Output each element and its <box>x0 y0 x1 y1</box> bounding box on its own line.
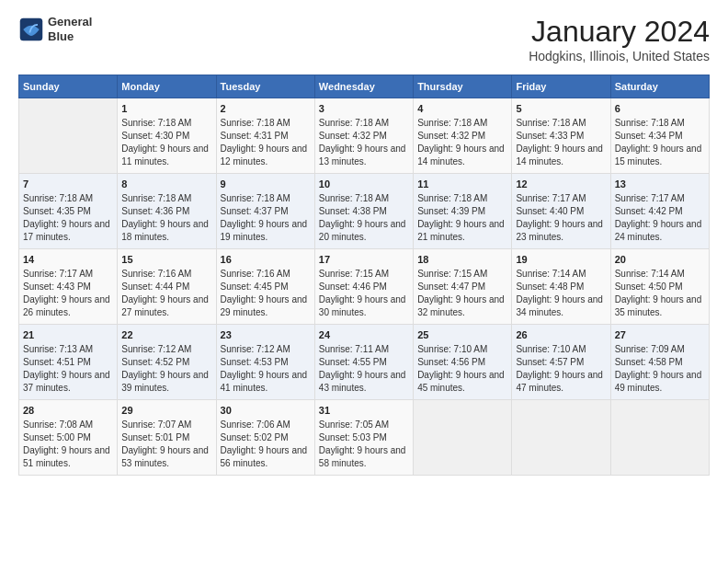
location: Hodgkins, Illinois, United States <box>529 49 710 63</box>
month-title: January 2024 <box>529 15 710 49</box>
day-info: Sunrise: 7:09 AMSunset: 4:58 PMDaylight:… <box>615 343 705 395</box>
calendar-cell: 7Sunrise: 7:18 AMSunset: 4:35 PMDaylight… <box>19 174 118 249</box>
day-number: 18 <box>417 254 507 265</box>
calendar-cell: 3Sunrise: 7:18 AMSunset: 4:32 PMDaylight… <box>314 98 413 174</box>
page-header: General Blue January 2024 Hodgkins, Illi… <box>18 15 710 63</box>
day-info: Sunrise: 7:08 AMSunset: 5:00 PMDaylight:… <box>23 419 113 470</box>
day-number: 22 <box>121 329 211 340</box>
day-number: 25 <box>417 329 507 340</box>
day-info: Sunrise: 7:05 AMSunset: 5:03 PMDaylight:… <box>319 419 409 470</box>
calendar-cell: 5Sunrise: 7:18 AMSunset: 4:33 PMDaylight… <box>512 98 610 174</box>
day-number: 2 <box>221 103 311 114</box>
day-info: Sunrise: 7:18 AMSunset: 4:36 PMDaylight:… <box>121 192 211 244</box>
day-info: Sunrise: 7:12 AMSunset: 4:53 PMDaylight:… <box>221 343 311 395</box>
day-info: Sunrise: 7:17 AMSunset: 4:40 PMDaylight:… <box>516 192 606 244</box>
day-number: 13 <box>615 178 705 190</box>
calendar-cell: 23Sunrise: 7:12 AMSunset: 4:53 PMDayligh… <box>216 325 314 400</box>
day-info: Sunrise: 7:18 AMSunset: 4:30 PMDaylight:… <box>121 117 211 168</box>
day-number: 12 <box>516 178 606 190</box>
day-number: 16 <box>221 254 311 265</box>
calendar-cell: 20Sunrise: 7:14 AMSunset: 4:50 PMDayligh… <box>610 249 709 325</box>
day-info: Sunrise: 7:11 AMSunset: 4:55 PMDaylight:… <box>319 343 409 395</box>
day-info: Sunrise: 7:15 AMSunset: 4:47 PMDaylight:… <box>417 268 507 319</box>
day-info: Sunrise: 7:18 AMSunset: 4:34 PMDaylight:… <box>615 117 705 168</box>
day-number: 5 <box>516 103 606 114</box>
day-info: Sunrise: 7:17 AMSunset: 4:43 PMDaylight:… <box>23 268 113 319</box>
day-number: 15 <box>121 254 211 265</box>
day-info: Sunrise: 7:13 AMSunset: 4:51 PMDaylight:… <box>23 343 113 395</box>
calendar-cell: 10Sunrise: 7:18 AMSunset: 4:38 PMDayligh… <box>314 174 413 249</box>
calendar-table: SundayMondayTuesdayWednesdayThursdayFrid… <box>18 75 710 476</box>
day-number: 1 <box>121 103 211 114</box>
day-number: 31 <box>319 405 409 416</box>
calendar-cell: 28Sunrise: 7:08 AMSunset: 5:00 PMDayligh… <box>19 400 118 476</box>
day-info: Sunrise: 7:16 AMSunset: 4:45 PMDaylight:… <box>221 268 311 319</box>
day-info: Sunrise: 7:14 AMSunset: 4:48 PMDaylight:… <box>516 268 606 319</box>
weekday-wednesday: Wednesday <box>314 75 413 98</box>
calendar-week-row: 7Sunrise: 7:18 AMSunset: 4:35 PMDaylight… <box>19 174 710 249</box>
day-info: Sunrise: 7:18 AMSunset: 4:31 PMDaylight:… <box>221 117 311 168</box>
weekday-tuesday: Tuesday <box>216 75 314 98</box>
calendar-week-row: 1Sunrise: 7:18 AMSunset: 4:30 PMDaylight… <box>19 98 710 174</box>
day-info: Sunrise: 7:18 AMSunset: 4:38 PMDaylight:… <box>319 192 409 244</box>
calendar-cell <box>610 400 709 476</box>
calendar-cell: 18Sunrise: 7:15 AMSunset: 4:47 PMDayligh… <box>414 249 512 325</box>
day-number: 7 <box>23 178 113 190</box>
calendar-week-row: 14Sunrise: 7:17 AMSunset: 4:43 PMDayligh… <box>19 249 710 325</box>
calendar-cell: 14Sunrise: 7:17 AMSunset: 4:43 PMDayligh… <box>19 249 118 325</box>
day-number: 19 <box>516 254 606 265</box>
day-number: 30 <box>221 405 311 416</box>
day-info: Sunrise: 7:18 AMSunset: 4:37 PMDaylight:… <box>221 192 311 244</box>
calendar-cell: 26Sunrise: 7:10 AMSunset: 4:57 PMDayligh… <box>512 325 610 400</box>
weekday-sunday: Sunday <box>19 75 118 98</box>
day-number: 29 <box>121 405 211 416</box>
calendar-week-row: 28Sunrise: 7:08 AMSunset: 5:00 PMDayligh… <box>19 400 710 476</box>
calendar-cell: 4Sunrise: 7:18 AMSunset: 4:32 PMDaylight… <box>414 98 512 174</box>
day-number: 10 <box>319 178 409 190</box>
weekday-friday: Friday <box>512 75 610 98</box>
calendar-cell: 6Sunrise: 7:18 AMSunset: 4:34 PMDaylight… <box>610 98 709 174</box>
day-info: Sunrise: 7:15 AMSunset: 4:46 PMDaylight:… <box>319 268 409 319</box>
calendar-cell: 19Sunrise: 7:14 AMSunset: 4:48 PMDayligh… <box>512 249 610 325</box>
day-number: 23 <box>221 329 311 340</box>
calendar-cell: 16Sunrise: 7:16 AMSunset: 4:45 PMDayligh… <box>216 249 314 325</box>
weekday-monday: Monday <box>118 75 216 98</box>
calendar-cell: 9Sunrise: 7:18 AMSunset: 4:37 PMDaylight… <box>216 174 314 249</box>
day-info: Sunrise: 7:16 AMSunset: 4:44 PMDaylight:… <box>121 268 211 319</box>
day-number: 21 <box>23 329 113 340</box>
day-number: 14 <box>23 254 113 265</box>
day-number: 9 <box>221 178 311 190</box>
calendar-cell: 15Sunrise: 7:16 AMSunset: 4:44 PMDayligh… <box>118 249 216 325</box>
day-info: Sunrise: 7:12 AMSunset: 4:52 PMDaylight:… <box>121 343 211 395</box>
logo-icon <box>18 17 44 42</box>
day-number: 6 <box>615 103 705 114</box>
calendar-cell: 13Sunrise: 7:17 AMSunset: 4:42 PMDayligh… <box>610 174 709 249</box>
day-number: 28 <box>23 405 113 416</box>
calendar-cell: 31Sunrise: 7:05 AMSunset: 5:03 PMDayligh… <box>314 400 413 476</box>
calendar-cell: 8Sunrise: 7:18 AMSunset: 4:36 PMDaylight… <box>118 174 216 249</box>
day-number: 17 <box>319 254 409 265</box>
calendar-cell: 17Sunrise: 7:15 AMSunset: 4:46 PMDayligh… <box>314 249 413 325</box>
calendar-cell: 25Sunrise: 7:10 AMSunset: 4:56 PMDayligh… <box>414 325 512 400</box>
day-info: Sunrise: 7:18 AMSunset: 4:32 PMDaylight:… <box>319 117 409 168</box>
day-number: 11 <box>417 178 507 190</box>
day-number: 26 <box>516 329 606 340</box>
day-number: 8 <box>121 178 211 190</box>
day-info: Sunrise: 7:18 AMSunset: 4:33 PMDaylight:… <box>516 117 606 168</box>
calendar-cell: 12Sunrise: 7:17 AMSunset: 4:40 PMDayligh… <box>512 174 610 249</box>
weekday-thursday: Thursday <box>414 75 512 98</box>
day-info: Sunrise: 7:14 AMSunset: 4:50 PMDaylight:… <box>615 268 705 319</box>
day-info: Sunrise: 7:18 AMSunset: 4:39 PMDaylight:… <box>417 192 507 244</box>
day-number: 27 <box>615 329 705 340</box>
day-number: 20 <box>615 254 705 265</box>
day-info: Sunrise: 7:18 AMSunset: 4:35 PMDaylight:… <box>23 192 113 244</box>
calendar-cell: 29Sunrise: 7:07 AMSunset: 5:01 PMDayligh… <box>118 400 216 476</box>
weekday-header-row: SundayMondayTuesdayWednesdayThursdayFrid… <box>19 75 710 98</box>
day-info: Sunrise: 7:06 AMSunset: 5:02 PMDaylight:… <box>221 419 311 470</box>
calendar-cell: 11Sunrise: 7:18 AMSunset: 4:39 PMDayligh… <box>414 174 512 249</box>
calendar-cell <box>512 400 610 476</box>
day-number: 3 <box>319 103 409 114</box>
day-info: Sunrise: 7:17 AMSunset: 4:42 PMDaylight:… <box>615 192 705 244</box>
logo: General Blue <box>18 15 92 43</box>
day-info: Sunrise: 7:07 AMSunset: 5:01 PMDaylight:… <box>121 419 211 470</box>
